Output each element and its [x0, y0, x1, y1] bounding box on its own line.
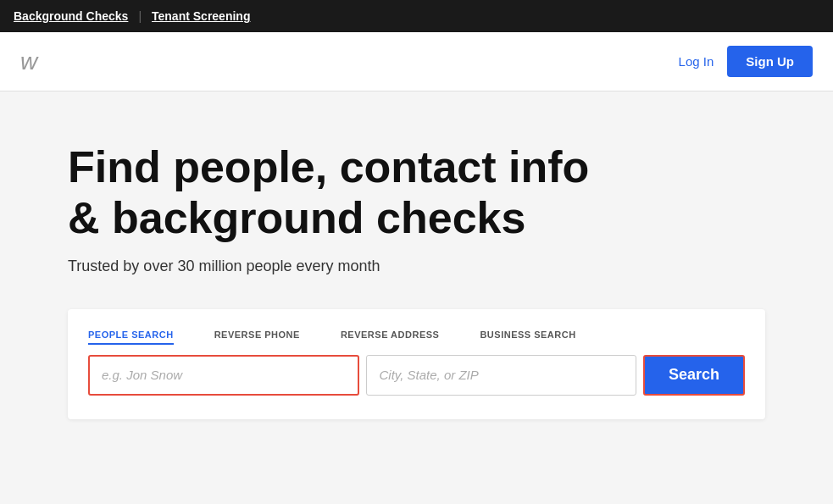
tab-reverse-address[interactable]: REVERSE ADDRESS [341, 326, 440, 345]
hero-title: Find people, contact info & background c… [68, 142, 619, 244]
tab-people-search[interactable]: PEOPLE SEARCH [88, 326, 174, 345]
background-checks-link[interactable]: Background Checks [14, 9, 128, 23]
main-content: Find people, contact info & background c… [0, 91, 833, 504]
signup-button[interactable]: Sign Up [727, 46, 813, 77]
tab-business-search[interactable]: BUSINESS SEARCH [480, 326, 575, 345]
search-tabs: PEOPLE SEARCH REVERSE PHONE REVERSE ADDR… [88, 326, 745, 345]
login-link[interactable]: Log In [679, 54, 714, 69]
header: w Log In Sign Up [0, 32, 833, 91]
tenant-screening-link[interactable]: Tenant Screening [152, 9, 250, 23]
search-row: Search [88, 355, 745, 396]
location-search-input[interactable] [366, 355, 636, 396]
hero-subtitle: Trusted by over 30 million people every … [68, 258, 765, 275]
nav-divider: | [138, 9, 142, 23]
logo: w [20, 48, 37, 75]
search-section: PEOPLE SEARCH REVERSE PHONE REVERSE ADDR… [68, 309, 765, 419]
header-actions: Log In Sign Up [679, 46, 813, 77]
tab-reverse-phone[interactable]: REVERSE PHONE [214, 326, 300, 345]
name-search-input[interactable] [88, 355, 359, 396]
search-button[interactable]: Search [643, 355, 745, 396]
top-nav: Background Checks | Tenant Screening [0, 0, 833, 32]
